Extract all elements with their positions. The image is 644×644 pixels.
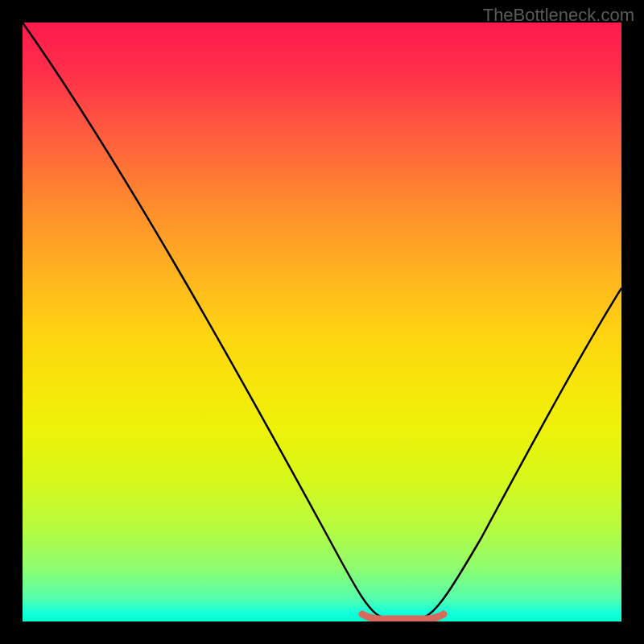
watermark: TheBottleneck.com [483,5,634,26]
curve-layer [23,23,621,621]
flat-region-marker [362,614,444,619]
plot-area [23,23,621,621]
chart-container: TheBottleneck.com [0,0,644,644]
main-curve [23,23,621,619]
